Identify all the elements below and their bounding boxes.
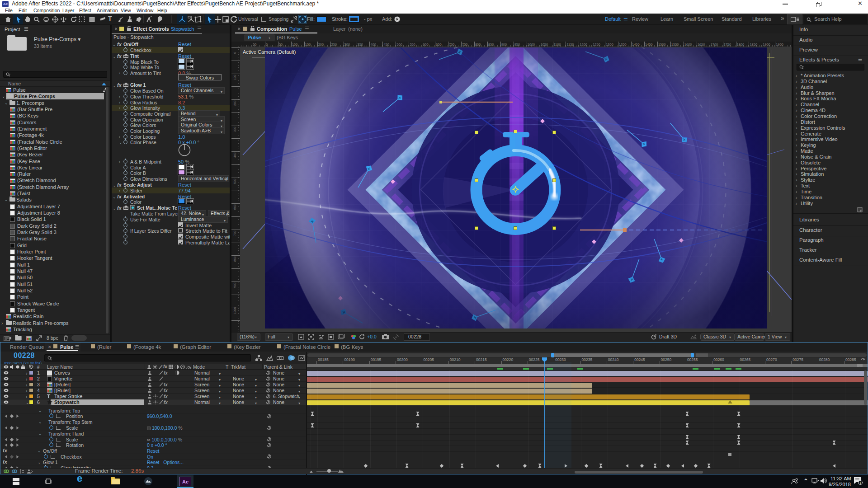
svg-text:1: 1 — [859, 481, 861, 484]
